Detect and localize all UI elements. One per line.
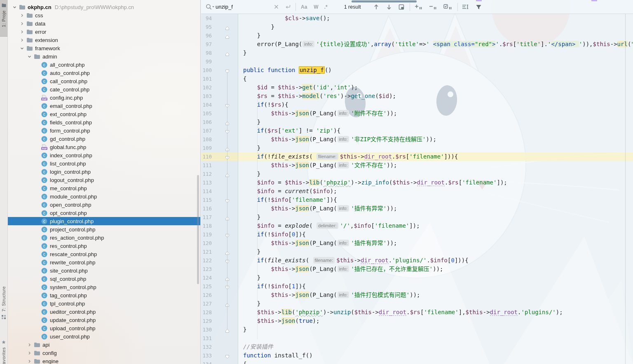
tree-item-upload_control.php[interactable]: cupload_control.php [8,324,200,332]
code-line-122[interactable]: 122 if(file_exists( filename:$this->dir_… [201,256,633,265]
code-line-108[interactable]: 108 $this->json(P_Lang(info:'非ZIP文件不支持在线… [201,135,633,144]
tree-item-extension[interactable]: extension [8,36,200,44]
match-case-toggle[interactable]: Aa [301,4,307,10]
editor-gutter[interactable]: 120 [201,239,238,247]
editor-gutter[interactable]: 127 [201,299,238,308]
code-line-109[interactable]: 109 } [201,144,633,152]
tree-item-ueditor_control.php[interactable]: cueditor_control.php [8,308,200,316]
code-text[interactable]: $info = $this->lib('phpzip')->zip_info($… [238,178,633,187]
tree-item-rescate_control.php[interactable]: crescate_control.php [8,250,200,258]
tree-item-update_control.php[interactable]: cupdate_control.php [8,316,200,324]
code-text[interactable]: } [238,247,633,256]
editor-gutter[interactable]: 107 [201,126,238,135]
code-line-106[interactable]: 106 } [201,118,633,126]
new-line-icon[interactable] [283,4,292,9]
fold-end-icon[interactable] [225,51,230,55]
code-line-94[interactable]: 94 $cls->save(); [201,14,633,23]
code-line-119[interactable]: 119 if(!$info[0]){ [201,230,633,239]
code-text[interactable]: $cls->save(); [238,14,633,23]
tree-item-opt_control.php[interactable]: copt_control.php [8,209,200,217]
next-occurrence-button[interactable] [385,4,393,10]
tree-scrollbar-thumb[interactable] [197,175,199,284]
code-line-115[interactable]: 115 if(!$info['filename']){ [201,196,633,204]
open-in-find-window-button[interactable] [398,4,405,10]
code-text[interactable]: $this->json(true); [238,317,633,325]
add-occurrence-button[interactable] [414,4,423,9]
code-text[interactable]: } [238,299,633,308]
editor-gutter[interactable]: 96 [201,31,238,40]
editor-gutter[interactable]: 134 [201,360,238,364]
tree-item-index_control.php[interactable]: cindex_control.php [8,151,200,159]
code-line-123[interactable]: 123 $this->json(P_Lang(info:'插件已存在，不允许重复… [201,265,633,273]
code-line-129[interactable]: 129 $this->json(true); [201,317,633,325]
code-text[interactable]: $id = $this->get('id','int'); [238,83,633,92]
tree-item-css[interactable]: css [8,11,200,19]
code-text[interactable]: $this->json(P_Lang(info:'插件有异常')); [238,204,633,213]
code-line-118[interactable]: 118 $info = explode( delimiter:'/',$info… [201,222,633,230]
code-text[interactable]: $this->json(P_Lang(info:'非ZIP文件不支持在线解压')… [238,135,633,144]
tree-item-ext_control.php[interactable]: cext_control.php [8,110,200,118]
code-line-110[interactable]: 110 if(!file_exists( filename:$this->dir… [201,152,633,161]
chevron-right-icon[interactable] [26,359,33,363]
editor-gutter[interactable]: 100 [201,66,238,75]
code-text[interactable]: if(!$info[0]){ [238,230,633,239]
tree-item-user_control.php[interactable]: cuser_control.php [8,332,200,341]
code-line-131[interactable]: 131 [201,334,633,343]
code-line-127[interactable]: 127 } [201,299,633,308]
editor-gutter[interactable]: 129 [201,317,238,325]
tree-item-gd_control.php[interactable]: cgd_control.php [8,135,200,143]
editor-gutter[interactable]: 111 [201,161,238,170]
code-text[interactable]: error(P_Lang(info:'{title}设置成功',array('t… [238,40,633,49]
code-line-132[interactable]: 132//安装插件 [201,343,633,351]
editor-gutter[interactable]: 125 [201,282,238,291]
code-line-128[interactable]: 128 $this->lib('phpzip')->unzip($this->d… [201,308,633,317]
chevron-right-icon[interactable] [26,351,33,355]
code-line-112[interactable]: 112 } [201,170,633,178]
editor-gutter[interactable]: 110 [201,152,238,161]
tree-item-data[interactable]: data [8,19,200,28]
editor-gutter[interactable]: 114 [201,187,238,196]
filter-search-results-icon[interactable] [475,4,483,10]
editor-gutter[interactable]: 104 [201,100,238,109]
code-text[interactable]: } [238,170,633,178]
editor-gutter[interactable]: 119 [201,230,238,239]
code-line-107[interactable]: 107 if($rs['ext'] != 'zip'){ [201,126,633,135]
code-line-97[interactable]: 97 error(P_Lang(info:'{title}设置成功',array… [201,40,633,49]
editor-gutter[interactable]: 109 [201,144,238,152]
chevron-right-icon[interactable] [26,343,33,347]
editor-gutter[interactable]: 128 [201,308,238,317]
tree-item-auto_control.php[interactable]: cauto_control.php [8,69,200,77]
chevron-right-icon[interactable] [19,38,25,42]
code-text[interactable]: $this->json(P_Lang(info:'插件打包模式有问题')); [238,291,633,299]
code-line-120[interactable]: 120 $this->json(P_Lang(info:'插件有异常')); [201,239,633,247]
previous-occurrence-button[interactable] [373,4,380,10]
code-line-95[interactable]: 95 } [201,23,633,31]
tree-item-tpl_control.php[interactable]: ctpl_control.php [8,299,200,308]
clear-search-icon[interactable] [272,5,281,9]
code-line-117[interactable]: 117 } [201,213,633,222]
tree-item-error[interactable]: error [8,28,200,36]
favorites-tool-button[interactable]: Favorites [0,337,7,364]
code-text[interactable]: public function unzip_f() [238,66,633,75]
editor-gutter[interactable]: 101 [201,75,238,83]
code-line-125[interactable]: 125 if(!$info[1]){ [201,282,633,291]
structure-tool-button[interactable]: 7: Structure [0,286,7,336]
fold-collapse-icon[interactable] [225,353,230,358]
editor-gutter[interactable]: 122 [201,256,238,265]
code-line-114[interactable]: 114 $info = current($info); [201,187,633,196]
code-text[interactable]: } [238,31,633,40]
code-text[interactable]: } [238,23,633,31]
code-line-134[interactable]: 134{ [201,360,633,364]
editor-gutter[interactable]: 116 [201,204,238,213]
editor-gutter[interactable]: 97 [201,40,238,49]
editor-gutter[interactable]: 132 [201,343,238,351]
tree-item-open_control.php[interactable]: copen_control.php [8,201,200,209]
tree-item-fields_control.php[interactable]: cfields_control.php [8,118,200,126]
editor-gutter[interactable]: 103 [201,92,238,100]
editor-gutter[interactable]: 124 [201,273,238,282]
tree-item-cate_control.php[interactable]: ccate_control.php [8,85,200,93]
tree-item-framework[interactable]: framework [8,44,200,52]
editor-gutter[interactable]: 95 [201,23,238,31]
editor-gutter[interactable]: 94 [201,14,238,23]
editor-gutter[interactable]: 118 [201,222,238,230]
